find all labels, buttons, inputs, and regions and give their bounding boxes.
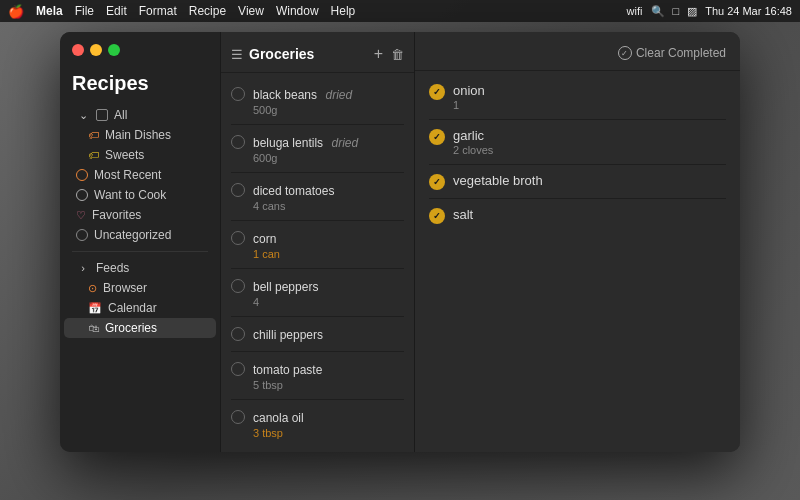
grocery-item[interactable]: diced tomatoes 4 cans [221,175,414,218]
grocery-item-qty: 5 tbsp [253,379,404,391]
grocery-item-qty: 1 can [253,248,404,260]
circle-icon [76,169,88,181]
checkmark-icon: ✓ [433,177,441,187]
grocery-item[interactable]: chilli peppers [221,319,414,349]
circle-icon [76,189,88,201]
grocery-item[interactable]: corn 1 can [221,223,414,266]
sidebar-item-feeds[interactable]: › Feeds [64,258,216,278]
menu-file[interactable]: File [75,4,94,18]
sidebar-item-want-to-cook-label: Want to Cook [94,188,166,202]
maximize-button[interactable] [108,44,120,56]
close-button[interactable] [72,44,84,56]
menu-format[interactable]: Format [139,4,177,18]
grocery-item-name: diced tomatoes [253,184,334,198]
completed-checkbox[interactable]: ✓ [429,84,445,100]
sidebar-item-browser-label: Browser [103,281,147,295]
completed-checkbox[interactable]: ✓ [429,129,445,145]
menu-recipe[interactable]: Recipe [189,4,226,18]
grocery-checkbox[interactable] [231,87,245,101]
grocery-checkbox[interactable] [231,410,245,424]
sidebar-item-uncategorized[interactable]: Uncategorized [64,225,216,245]
completed-item-name: salt [453,207,726,222]
completed-item-detail: 2 cloves [453,144,726,156]
grocery-item[interactable]: beluga lentils dried 600g [221,127,414,170]
grocery-item-text: tomato paste 5 tbsp [253,360,404,391]
sidebar-item-main-dishes[interactable]: 🏷 Main Dishes [64,125,216,145]
checkmark-icon: ✓ [433,211,441,221]
grocery-item-qty: 3 tbsp [253,427,404,439]
completed-item[interactable]: ✓ salt [415,201,740,230]
add-item-button[interactable]: + [374,46,383,62]
sidebar-feeds-label: Feeds [96,261,129,275]
battery-icon[interactable]: ▨ [687,5,697,18]
tag-icon: 🏷 [88,129,99,141]
traffic-lights [60,44,220,68]
completed-checkbox[interactable]: ✓ [429,174,445,190]
completed-item-text: garlic 2 cloves [453,128,726,156]
grocery-checkbox[interactable] [231,327,245,341]
delete-button[interactable]: 🗑 [391,48,404,61]
separator [429,198,726,199]
apple-menu[interactable]: 🍎 [8,4,24,19]
grocery-panel-title: Groceries [249,46,368,62]
grocery-item-qty: 4 [253,296,404,308]
grocery-item-name: chilli peppers [253,328,323,342]
heart-icon: ♡ [76,209,86,222]
sidebar-item-uncategorized-label: Uncategorized [94,228,171,242]
grocery-checkbox[interactable] [231,362,245,376]
grocery-item[interactable]: bell peppers 4 [221,271,414,314]
tag-icon: 🏷 [88,149,99,161]
grocery-checkbox[interactable] [231,279,245,293]
sidebar-title: Recipes [60,68,220,105]
grocery-checkbox[interactable] [231,231,245,245]
grocery-item-name: corn [253,232,276,246]
sidebar-item-sweets[interactable]: 🏷 Sweets [64,145,216,165]
completed-item[interactable]: ✓ onion 1 [415,77,740,117]
chevron-right-icon: › [76,262,90,274]
sidebar-item-browser[interactable]: ⊙ Browser [64,278,216,298]
sidebar-item-want-to-cook[interactable]: Want to Cook [64,185,216,205]
completed-item[interactable]: ✓ garlic 2 cloves [415,122,740,162]
separator [429,119,726,120]
completed-checkbox[interactable]: ✓ [429,208,445,224]
completed-item-detail: 1 [453,99,726,111]
grocery-checkbox[interactable] [231,183,245,197]
sidebar-item-most-recent[interactable]: Most Recent [64,165,216,185]
sidebar-item-all[interactable]: ⌄ All [64,105,216,125]
grocery-item-text: corn 1 can [253,229,404,260]
sidebar-divider [72,251,208,252]
grocery-item[interactable]: black beans dried 500g [221,79,414,122]
menu-window[interactable]: Window [276,4,319,18]
grocery-item-text: black beans dried 500g [253,85,404,116]
grocery-checkbox[interactable] [231,135,245,149]
checkbox-icon [96,109,108,121]
sidebar-item-main-dishes-label: Main Dishes [105,128,171,142]
grocery-header: ☰ Groceries + 🗑 [221,32,414,73]
completed-item[interactable]: ✓ vegetable broth [415,167,740,196]
sidebar-item-favorites[interactable]: ♡ Favorites [64,205,216,225]
grocery-item-text: diced tomatoes 4 cans [253,181,404,212]
grocery-item-text: chilli peppers [253,325,404,343]
minimize-button[interactable] [90,44,102,56]
sidebar-item-favorites-label: Favorites [92,208,141,222]
completed-item-name: onion [453,83,726,98]
clear-completed-button[interactable]: ✓ Clear Completed [618,46,726,60]
wifi-icon[interactable]: wifi [627,5,643,17]
menu-edit[interactable]: Edit [106,4,127,18]
grocery-item[interactable]: canola oil 3 tbsp [221,402,414,445]
grocery-item[interactable]: tomato paste 5 tbsp [221,354,414,397]
sidebar-item-groceries[interactable]: 🛍 Groceries [64,318,216,338]
search-icon[interactable]: 🔍 [651,5,665,18]
grocery-item-text: beluga lentils dried 600g [253,133,404,164]
completed-item-name: garlic [453,128,726,143]
display-icon[interactable]: □ [673,5,680,17]
sidebar-item-groceries-label: Groceries [105,321,157,335]
app-name[interactable]: Mela [36,4,63,18]
sidebar-item-most-recent-label: Most Recent [94,168,161,182]
menu-help[interactable]: Help [331,4,356,18]
menu-view[interactable]: View [238,4,264,18]
sidebar-item-calendar[interactable]: 📅 Calendar [64,298,216,318]
grocery-item-modifier: dried [332,136,359,150]
circle-icon [76,229,88,241]
main-window: Recipes ⌄ All 🏷 Main Dishes 🏷 Sweets [60,32,740,452]
